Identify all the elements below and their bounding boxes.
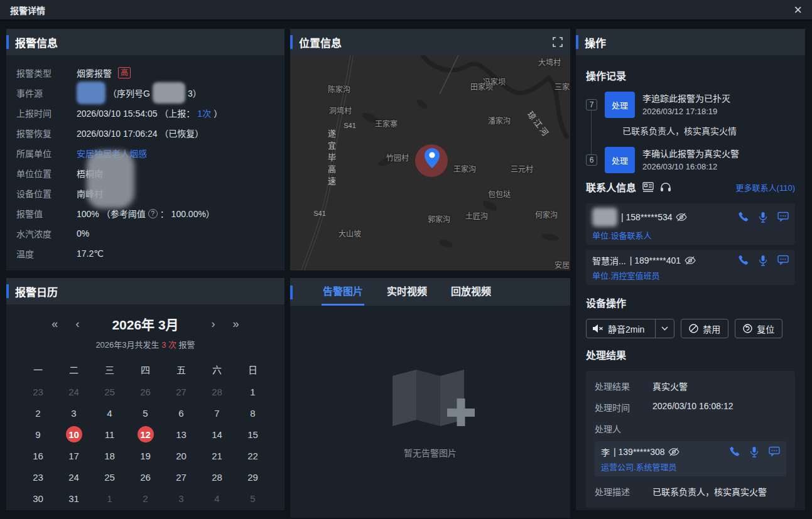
calendar-day[interactable]: 22: [235, 447, 271, 464]
mute-dropdown[interactable]: [655, 319, 674, 338]
calendar-day[interactable]: 28: [199, 383, 235, 400]
calendar-day[interactable]: 12: [127, 426, 163, 442]
calendar-day[interactable]: 5: [235, 490, 271, 506]
calendar-day[interactable]: 30: [20, 490, 56, 506]
contact-line: 李| 139*****308: [601, 446, 780, 458]
calendar-day[interactable]: 18: [92, 447, 127, 464]
calendar-day[interactable]: 3: [56, 405, 92, 421]
calendar-day[interactable]: 4: [92, 405, 127, 421]
contact-role-link[interactable]: 单位.设备联系人: [592, 229, 789, 241]
calendar-day[interactable]: 19: [127, 447, 163, 464]
chat-icon[interactable]: [777, 211, 789, 223]
tab-1[interactable]: 实时视频: [386, 278, 428, 306]
next-year-icon[interactable]: »: [233, 318, 239, 331]
mic-icon[interactable]: [759, 211, 767, 223]
chat-icon[interactable]: [769, 446, 780, 457]
next-month-icon[interactable]: ›: [212, 318, 215, 331]
mute-button[interactable]: 静音2min: [586, 319, 674, 338]
calendar-day[interactable]: 31: [56, 490, 92, 506]
calendar-day[interactable]: 9: [20, 426, 56, 442]
calendar-day[interactable]: 5: [127, 405, 163, 421]
close-icon[interactable]: ×: [794, 3, 802, 17]
calendar-day[interactable]: 16: [20, 447, 56, 464]
mic-icon[interactable]: [759, 255, 767, 266]
calendar-day[interactable]: 10: [56, 426, 92, 442]
field-text: 2026/03/10 17:06:24 （已恢复）: [77, 127, 203, 139]
calendar-day[interactable]: 24: [56, 383, 92, 400]
calendar-day[interactable]: 4: [199, 490, 235, 506]
field-label: 所属单位: [16, 147, 77, 159]
calendar-day[interactable]: 8: [235, 405, 271, 421]
phone-icon[interactable]: [729, 446, 740, 457]
calendar-day[interactable]: 11: [92, 426, 127, 442]
prev-month-icon[interactable]: ‹: [75, 318, 79, 331]
calendar-day[interactable]: 26: [127, 383, 163, 400]
more-contacts-link[interactable]: 更多联系人(110): [736, 181, 795, 193]
calendar-day[interactable]: 2: [20, 405, 56, 421]
alarm-count: 3 次: [161, 340, 176, 350]
day-number: 21: [209, 447, 225, 464]
headset-icon[interactable]: [660, 182, 671, 193]
calendar-day[interactable]: 23: [20, 383, 56, 400]
calendar-day[interactable]: 20: [163, 447, 199, 464]
calendar-day[interactable]: 25: [92, 469, 127, 485]
day-number: 27: [173, 469, 190, 485]
field-value: 17.2℃: [77, 249, 104, 259]
eye-off-icon[interactable]: [676, 213, 687, 222]
contact-role-link[interactable]: 运营公司.系统管理员: [601, 461, 780, 473]
eye-off-icon[interactable]: [685, 256, 696, 265]
alarm-field-row: 水汽浓度0%: [16, 223, 274, 243]
accent-bar: [290, 286, 293, 299]
eye-off-icon[interactable]: [668, 447, 679, 456]
field-label: 设备位置: [16, 187, 77, 200]
calendar-day[interactable]: 25: [92, 383, 127, 400]
location-map[interactable]: 遂宜毕高速 琼江河 冯家坝大塆村陈家沟田家坝三家洞塆村王家寨潘家沟竹园村王家沟三…: [290, 55, 570, 270]
timeline-index: 7: [586, 99, 597, 110]
alarm-field-row: 报警恢复2026/03/10 17:06:24 （已恢复）: [16, 123, 274, 143]
day-number: 19: [138, 447, 154, 464]
calendar-day[interactable]: 28: [199, 469, 235, 485]
reset-button[interactable]: 复位: [735, 319, 782, 338]
map-place-label: 包包垯: [488, 188, 511, 199]
fullscreen-icon[interactable]: [553, 37, 563, 47]
prev-year-icon[interactable]: «: [51, 318, 58, 331]
field-link[interactable]: 1次: [197, 107, 211, 119]
help-icon[interactable]: ?: [148, 209, 158, 218]
result-section-title: 处理结果: [586, 347, 795, 362]
calendar-day[interactable]: 15: [235, 426, 271, 442]
calendar-day[interactable]: 14: [199, 426, 235, 442]
calendar-day[interactable]: 3: [163, 490, 199, 506]
calendar-day[interactable]: 23: [20, 469, 56, 485]
contact-card-icon[interactable]: [642, 182, 654, 192]
calendar-day[interactable]: 13: [163, 426, 199, 442]
day-number: 15: [245, 426, 261, 442]
day-number: 12: [138, 426, 154, 442]
tab-0[interactable]: 告警图片: [322, 278, 364, 306]
contact-role-link[interactable]: 单位.消控室值班员: [592, 269, 789, 281]
map-pin-icon[interactable]: [425, 148, 440, 168]
calendar-day[interactable]: 7: [199, 405, 235, 421]
calendar-day[interactable]: 17: [56, 447, 92, 464]
calendar-day[interactable]: 26: [127, 469, 163, 485]
field-text: ： 100.00%）: [160, 207, 215, 220]
result-row: 处理结果真实火警: [595, 380, 786, 392]
calendar-day[interactable]: 2: [127, 490, 163, 506]
disable-button[interactable]: 禁用: [681, 319, 728, 338]
calendar-day[interactable]: 24: [56, 469, 92, 485]
calendar-day[interactable]: 27: [163, 383, 199, 400]
chat-icon[interactable]: [777, 255, 789, 266]
phone-icon[interactable]: [738, 255, 749, 266]
calendar-day[interactable]: 1: [92, 490, 127, 506]
weekday-label: 五: [163, 363, 199, 376]
calendar-day[interactable]: 1: [235, 383, 271, 400]
redaction-blur: [77, 82, 106, 104]
mic-icon[interactable]: [750, 446, 759, 457]
calendar-day[interactable]: 6: [163, 405, 199, 421]
calendar-day[interactable]: 29: [235, 469, 271, 485]
day-number: 16: [30, 447, 46, 464]
phone-icon[interactable]: [738, 211, 749, 223]
calendar-day[interactable]: 21: [199, 447, 235, 464]
tab-2[interactable]: 回放视频: [450, 278, 492, 306]
device-buttons: 静音2min 禁用: [586, 319, 795, 338]
calendar-day[interactable]: 27: [163, 469, 199, 485]
